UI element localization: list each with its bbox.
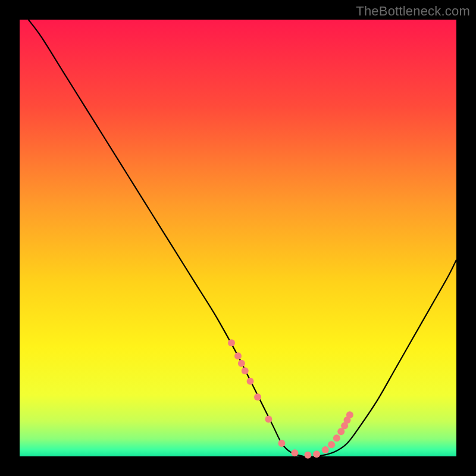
marker-dot [313, 450, 320, 458]
marker-dot [278, 440, 285, 447]
chart-stage: TheBottleneck.com [0, 0, 476, 476]
marker-dot [254, 393, 261, 400]
marker-dot [291, 449, 298, 456]
marker-dot [228, 339, 235, 346]
marker-dot [322, 446, 329, 453]
plot-background [20, 20, 456, 456]
marker-dot [333, 434, 340, 441]
marker-dot [234, 352, 242, 359]
marker-dot [328, 441, 335, 448]
marker-dot [238, 360, 245, 367]
marker-dot [304, 452, 311, 459]
marker-dot [242, 367, 249, 374]
marker-dot [265, 416, 272, 423]
watermark-text: TheBottleneck.com [356, 4, 470, 19]
bottleneck-chart [0, 0, 476, 476]
marker-dot [346, 411, 353, 418]
marker-dot [247, 378, 254, 385]
